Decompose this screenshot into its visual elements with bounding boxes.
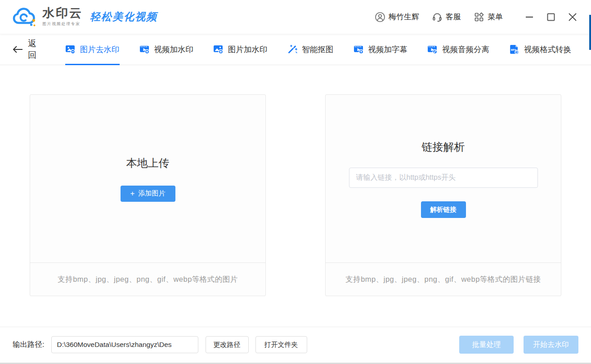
customer-service-button[interactable]: 客服 [432, 12, 461, 22]
video-audio-split-icon [427, 44, 438, 54]
tab-label: 图片去水印 [80, 44, 120, 55]
image-remove-watermark-icon [65, 44, 76, 54]
tab-label: 视频格式转换 [524, 44, 571, 55]
video-subtitle-icon [354, 44, 364, 54]
tab-smart-cutout[interactable]: 智能抠图 [287, 34, 334, 65]
tab-label: 视频加水印 [154, 44, 194, 55]
open-folder-button[interactable]: 打开文件夹 [255, 336, 307, 353]
app-slogan: 轻松美化视频 [90, 10, 157, 24]
main-content: 本地上传 + 添加图片 支持bmp、jpg、jpeg、png、gif、webp等… [0, 65, 591, 327]
maximize-icon [546, 13, 555, 22]
start-remove-watermark-button[interactable]: 开始去水印 [524, 336, 578, 354]
output-path-label: 输出路径: [13, 340, 45, 350]
logo-text: 水印云 图片视频处理专家 [42, 7, 83, 27]
local-upload-title: 本地上传 [126, 156, 170, 170]
cloud-logo-icon [13, 7, 38, 27]
minimize-button[interactable] [523, 10, 536, 24]
link-input[interactable] [349, 168, 538, 188]
back-arrow-icon [13, 45, 23, 53]
customer-service-label: 客服 [446, 12, 461, 22]
upload-format-hint: 支持bmp、jpg、jpeg、png、gif、webp等格式的图片 [30, 262, 265, 296]
add-image-button-label: 添加图片 [138, 189, 165, 198]
tab-label: 视频加字幕 [368, 44, 408, 55]
menu-button[interactable]: 菜单 [474, 12, 503, 22]
back-button[interactable]: 返回 [13, 38, 37, 61]
tab-video-add-watermark[interactable]: 视频加水印 [139, 34, 194, 65]
vertical-scrollbar-thumb[interactable] [589, 15, 591, 50]
tab-label: 图片加水印 [228, 44, 268, 55]
menu-label: 菜单 [488, 12, 503, 22]
maximize-button[interactable] [544, 10, 558, 24]
local-upload-dropzone[interactable]: 本地上传 + 添加图片 [30, 95, 265, 262]
mp4-file-convert-icon: MP4 [509, 44, 519, 54]
app-logo: 水印云 图片视频处理专家 轻松美化视频 [13, 7, 157, 27]
change-path-button[interactable]: 更改路径 [206, 336, 249, 353]
add-image-button[interactable]: + 添加图片 [121, 186, 175, 202]
tab-video-format-convert[interactable]: MP4 视频格式转换 [509, 34, 571, 65]
magic-wand-icon [287, 44, 298, 54]
headset-icon [432, 12, 443, 22]
link-parse-panel: 链接解析 解析链接 支持bmp、jpg、jpeg、png、gif、webp等格式… [325, 94, 561, 296]
tab-video-audio-split[interactable]: 视频音频分离 [427, 34, 489, 65]
user-avatar-icon [375, 12, 385, 22]
output-path-input[interactable] [51, 336, 198, 353]
tabbar: 返回 图片去水印 视频加水印 [0, 34, 591, 65]
plus-icon: + [130, 189, 135, 198]
titlebar-controls: 梅竹生辉 客服 [375, 10, 579, 24]
app-subtitle: 图片视频处理专家 [42, 21, 83, 27]
tab-label: 视频音频分离 [442, 44, 489, 55]
video-add-watermark-icon [139, 44, 150, 54]
local-upload-panel: 本地上传 + 添加图片 支持bmp、jpg、jpeg、png、gif、webp等… [30, 94, 266, 296]
link-parse-body: 链接解析 解析链接 [326, 95, 561, 262]
back-label: 返回 [28, 38, 37, 61]
bottombar: 输出路径: 更改路径 打开文件夹 批量处理 开始去水印 [0, 327, 591, 364]
user-account[interactable]: 梅竹生辉 [375, 12, 419, 22]
parse-link-button[interactable]: 解析链接 [421, 201, 466, 218]
image-add-watermark-icon [213, 44, 224, 54]
tab-video-subtitle[interactable]: 视频加字幕 [354, 34, 408, 65]
link-format-hint: 支持bmp、jpg、jpeg、png、gif、webp等格式的图片链接 [326, 262, 561, 296]
batch-process-button[interactable]: 批量处理 [459, 336, 514, 354]
titlebar: 水印云 图片视频处理专家 轻松美化视频 梅竹生辉 [0, 0, 591, 34]
username: 梅竹生辉 [389, 12, 419, 22]
close-icon [568, 12, 578, 22]
app-name: 水印云 [42, 7, 83, 19]
tab-image-add-watermark[interactable]: 图片加水印 [213, 34, 268, 65]
tab-label: 智能抠图 [302, 44, 334, 55]
link-parse-title: 链接解析 [422, 140, 465, 154]
menu-grid-icon [474, 12, 484, 22]
minimize-icon [525, 13, 534, 22]
close-button[interactable] [566, 10, 579, 24]
tab-image-remove-watermark[interactable]: 图片去水印 [65, 34, 120, 65]
